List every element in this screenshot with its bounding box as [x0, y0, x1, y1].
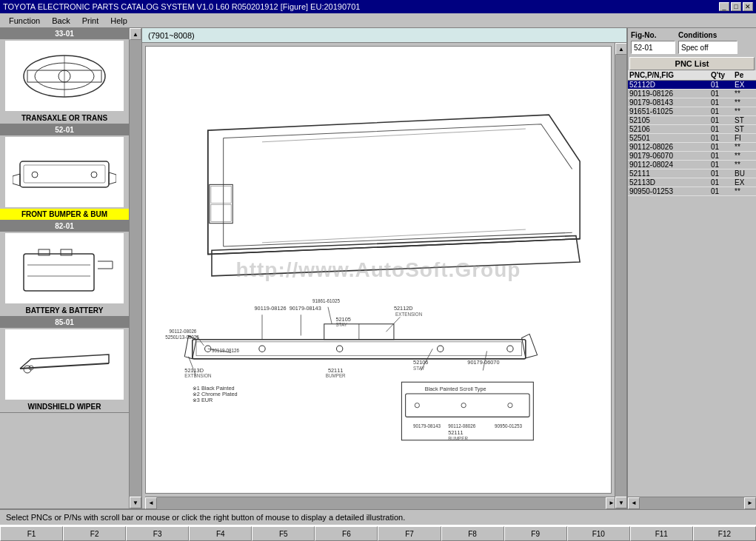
minimize-button[interactable]: _: [719, 2, 729, 11]
fkey-f12[interactable]: F12: [693, 526, 756, 541]
pnc-qty: 01: [711, 169, 735, 178]
fkey-f5[interactable]: F5: [252, 526, 315, 541]
pnc-pe: EX: [735, 178, 755, 187]
menu-function[interactable]: Function: [3, 15, 46, 27]
fkey-f1[interactable]: F1: [0, 526, 63, 541]
conditions-input[interactable]: [678, 41, 737, 54]
pnc-qty: 01: [711, 81, 735, 89]
pnc-table-header: PNC,P/N,FIG Q'ty Pe: [628, 70, 756, 81]
pnc-row[interactable]: 52112D01EX: [628, 81, 756, 90]
sidebar-item-33-01[interactable]: 33-01TRANSAXLE OR TRANS: [0, 28, 129, 124]
svg-point-24: [438, 346, 444, 352]
pnc-row[interactable]: 5250101FI: [628, 134, 756, 143]
pnc-row[interactable]: 52113D01EX: [628, 178, 756, 187]
sidebar-item-85-01[interactable]: 85-01WINDSHIELD WIPER: [0, 317, 129, 413]
restore-button[interactable]: □: [731, 2, 741, 11]
svg-text:90179-06070: 90179-06070: [467, 359, 499, 366]
pnc-qty: 01: [711, 116, 735, 124]
fkey-f4[interactable]: F4: [189, 526, 252, 541]
center-vscroll: ▲ ▼: [615, 43, 626, 508]
fkey-f7[interactable]: F7: [378, 526, 441, 541]
pnc-part-number: 90119-08126: [629, 90, 711, 98]
fkey-f8[interactable]: F8: [441, 526, 504, 541]
svg-point-22: [259, 346, 265, 352]
pnc-row[interactable]: 5210601ST: [628, 125, 756, 134]
svg-rect-11: [61, 249, 72, 255]
pnc-qty: 01: [711, 107, 735, 115]
sidebar-item-82-01[interactable]: 82-01BATTERY & BATTERY: [0, 221, 129, 317]
svg-point-25: [507, 346, 513, 352]
scroll-down-button[interactable]: ▼: [130, 497, 141, 508]
scroll-track[interactable]: [130, 40, 141, 497]
fkey-f9[interactable]: F9: [504, 526, 567, 541]
svg-text:BUMPER: BUMPER: [448, 436, 468, 441]
window-controls: _ □ ✕: [719, 2, 753, 11]
conditions-label: Conditions: [678, 31, 737, 39]
svg-text:Black Painted Scroll Type: Black Painted Scroll Type: [425, 386, 486, 392]
svg-text:90119-08126: 90119-08126: [255, 305, 287, 312]
pnc-pe: FI: [735, 134, 755, 142]
center-scroll-down[interactable]: ▼: [615, 497, 627, 508]
sidebar-item-52-01[interactable]: 52-01FRONT BUMPER & BUM: [0, 124, 129, 221]
svg-text:52501/13-08026: 52501/13-08026: [165, 335, 199, 340]
pnc-row[interactable]: 5211101BU: [628, 169, 756, 178]
pnc-qty: 01: [711, 152, 735, 160]
col-pe: Pe: [735, 71, 755, 79]
pnc-pe: **: [735, 161, 755, 169]
pnc-pe: **: [735, 187, 755, 195]
sidebar-sublabel-85-01: WINDSHIELD WIPER: [0, 401, 129, 412]
menu-back[interactable]: Back: [46, 15, 76, 27]
pnc-hscroll-track[interactable]: [640, 497, 744, 509]
svg-text:90112-08026: 90112-08026: [448, 423, 475, 429]
pnc-row[interactable]: 91651-6102501**: [628, 107, 756, 116]
fig-no-input[interactable]: [631, 41, 675, 54]
fkey-f11[interactable]: F11: [630, 526, 693, 541]
pnc-pe: **: [735, 152, 755, 160]
fkey-f2[interactable]: F2: [63, 526, 126, 541]
pnc-pe: **: [735, 98, 755, 107]
pnc-part-number: 52112D: [629, 81, 711, 89]
col-pnc: PNC,P/N,FIG: [629, 71, 711, 79]
sidebar-sublabel-52-01: FRONT BUMPER & BUM: [0, 209, 129, 220]
menu-help[interactable]: Help: [104, 15, 133, 27]
sidebar-label-52-01: 52-01: [0, 124, 129, 135]
pnc-part-number: 91651-61025: [629, 107, 711, 115]
pnc-row[interactable]: 5210501ST: [628, 116, 756, 125]
pnc-hscroll-left[interactable]: ◄: [628, 497, 640, 509]
close-button[interactable]: ✕: [743, 2, 753, 11]
scroll-up-button[interactable]: ▲: [130, 28, 141, 40]
pnc-hscroll-right[interactable]: ►: [744, 497, 756, 509]
pnc-row[interactable]: 90112-0802401**: [628, 161, 756, 169]
svg-line-63: [196, 335, 204, 346]
hscroll-left-button[interactable]: ◄: [145, 497, 157, 509]
fig-conditions: Fig-No. Conditions: [628, 28, 756, 57]
center-scroll-up[interactable]: ▲: [615, 43, 627, 55]
conditions-group: Conditions: [678, 31, 737, 54]
svg-text:STAY: STAY: [335, 322, 347, 327]
pnc-row[interactable]: 90112-0802601**: [628, 143, 756, 152]
sidebar-label-33-01: 33-01: [0, 28, 129, 39]
pnc-list[interactable]: 52112D01EX90119-0812601**90179-0814301**…: [628, 81, 756, 497]
menu-print[interactable]: Print: [76, 15, 105, 27]
center-hscroll: ◄ ►: [145, 497, 618, 508]
fkey-f3[interactable]: F3: [126, 526, 189, 541]
pnc-part-number: 90179-08143: [629, 98, 711, 107]
svg-point-7: [32, 172, 38, 178]
pnc-row[interactable]: 90119-0812601**: [628, 90, 756, 98]
fkey-f10[interactable]: F10: [567, 526, 630, 541]
right-panel: Fig-No. Conditions PNC List PNC,P/N,FIG …: [626, 28, 756, 508]
fkey-f6[interactable]: F6: [315, 526, 378, 541]
left-panel: 33-01TRANSAXLE OR TRANS52-01FRONT BUMPER…: [0, 28, 142, 508]
pnc-part-number: 52501: [629, 134, 711, 142]
svg-text:91861-61025: 91861-61025: [312, 299, 340, 304]
pnc-part-number: 90112-08026: [629, 143, 711, 151]
pnc-qty: 01: [711, 90, 735, 98]
pnc-part-number: 90112-08024: [629, 161, 711, 169]
pnc-row[interactable]: 90950-0125301**: [628, 187, 756, 196]
center-scroll-track[interactable]: [615, 55, 627, 497]
hscroll-track[interactable]: [157, 497, 606, 509]
pnc-row[interactable]: 90179-0607001**: [628, 152, 756, 161]
car-body: [208, 115, 580, 276]
sidebar-img-52-01: [5, 137, 124, 207]
pnc-row[interactable]: 90179-0814301**: [628, 98, 756, 107]
